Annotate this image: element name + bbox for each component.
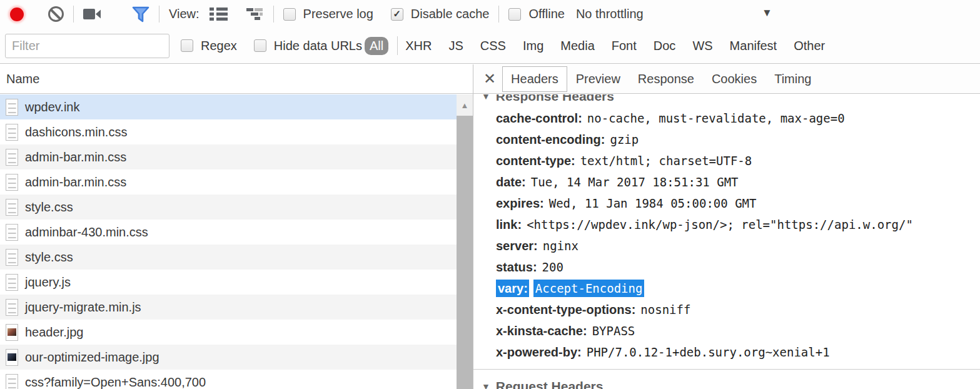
request-rows: wpdev.ink dashicons.min.css admin-bar.mi… (0, 94, 457, 389)
document-icon (6, 99, 18, 116)
close-icon[interactable]: ✕ (483, 71, 496, 86)
document-icon (6, 199, 18, 216)
filter-type-js[interactable]: JS (448, 39, 463, 53)
table-row[interactable]: adminbar-430.min.css (0, 220, 457, 245)
filter-type-img[interactable]: Img (523, 39, 543, 53)
filter-separator (397, 36, 398, 55)
hide-data-urls-label[interactable]: Hide data URLs (274, 39, 362, 53)
section-divider (473, 369, 980, 370)
header-value: nginx (543, 239, 578, 253)
header-row: cache-control:no-cache, must-revalidate,… (496, 108, 980, 129)
tab-response[interactable]: Response (629, 66, 703, 92)
header-row-highlighted: vary:Accept-Encoding (496, 278, 980, 300)
tab-cookies[interactable]: Cookies (703, 66, 765, 92)
clear-icon[interactable] (48, 6, 64, 22)
header-value: text/html; charset=UTF-8 (580, 154, 752, 168)
toolbar-separator (273, 6, 274, 23)
preserve-log-label[interactable]: Preserve log (303, 7, 373, 21)
network-main-area: Name wpdev.ink dashicons.min.css admin-b… (0, 64, 980, 389)
response-headers-list: cache-control:no-cache, must-revalidate,… (473, 106, 980, 363)
header-value: gzip (610, 133, 639, 146)
request-headers-section[interactable]: ▼ Request Headers (473, 377, 980, 389)
document-icon (6, 249, 18, 266)
image-thumbnail-icon (6, 324, 18, 341)
table-row[interactable]: header.jpg (0, 320, 457, 345)
toolbar-separator (73, 6, 74, 23)
document-icon (6, 299, 18, 316)
header-name: x-kinsta-cache: (496, 324, 587, 338)
header-row: server:nginx (496, 236, 980, 257)
view-waterfall-icon[interactable] (246, 8, 264, 20)
scrollbar-thumb[interactable] (457, 116, 473, 389)
header-name: cache-control: (496, 111, 582, 125)
filter-type-all[interactable]: All (365, 37, 388, 55)
header-value: PHP/7.0.12-1+deb.sury.org~xenial+1 (587, 345, 830, 359)
filter-type-doc[interactable]: Doc (654, 39, 676, 53)
disable-cache-label[interactable]: Disable cache (411, 7, 490, 21)
toolbar-separator (498, 6, 499, 23)
filter-type-ws[interactable]: WS (692, 39, 712, 53)
throttling-select[interactable]: No throttling (576, 7, 644, 21)
offline-label[interactable]: Offline (528, 7, 564, 21)
table-row[interactable]: our-optimized-image.jpg (0, 345, 457, 370)
view-list-icon[interactable] (210, 8, 228, 21)
name-column-header[interactable]: Name (0, 64, 473, 94)
regex-label[interactable]: Regex (201, 39, 237, 53)
tab-timing[interactable]: Timing (765, 66, 820, 92)
filter-funnel-icon[interactable] (132, 6, 149, 23)
table-row[interactable]: dashicons.min.css (0, 119, 457, 144)
request-name: adminbar-430.min.css (25, 225, 148, 240)
list-scrollbar[interactable]: ▲ (457, 94, 473, 389)
details-tabs-bar: ✕ Headers Preview Response Cookies Timin… (473, 64, 980, 94)
collapse-triangle-icon: ▼ (482, 377, 490, 389)
offline-checkbox[interactable]: ✓ (508, 8, 521, 21)
request-name: header.jpg (25, 325, 83, 340)
toolbar-separator (159, 6, 159, 23)
preserve-log-checkbox[interactable]: ✓ (283, 8, 296, 21)
request-name: jquery.js (25, 275, 71, 290)
document-icon (6, 374, 18, 389)
header-name: link: (496, 218, 522, 231)
table-row[interactable]: style.css (0, 194, 457, 220)
section-title-label: Request Headers (496, 377, 604, 389)
filter-type-other[interactable]: Other (794, 39, 825, 53)
document-icon (6, 274, 18, 291)
filmstrip-capture-icon[interactable] (83, 8, 102, 21)
regex-checkbox[interactable]: ✓ (181, 39, 193, 52)
filter-type-css[interactable]: CSS (480, 39, 506, 53)
header-value: Tue, 14 Mar 2017 18:51:31 GMT (531, 175, 739, 189)
request-name: admin-bar.min.css (25, 150, 126, 164)
throttling-dropdown-icon[interactable]: ▼ (762, 7, 772, 19)
filter-input[interactable] (5, 34, 169, 58)
table-row[interactable]: jquery.js (0, 270, 457, 295)
header-name: status: (496, 260, 537, 274)
request-name: style.css (25, 200, 73, 215)
table-row[interactable]: admin-bar.min.css (0, 144, 457, 169)
table-row[interactable]: wpdev.ink (0, 94, 457, 119)
response-headers-section[interactable]: ▼ Response Headers (473, 94, 980, 106)
document-icon (6, 174, 18, 191)
document-icon (6, 224, 18, 241)
disable-cache-checkbox[interactable]: ✓ (391, 8, 403, 21)
checkmark-icon: ✓ (393, 8, 402, 19)
network-toolbar: View: ✓ Preserve log ✓ Disable cache ✓ O… (0, 0, 980, 28)
filter-type-xhr[interactable]: XHR (405, 39, 432, 53)
header-row: expires:Wed, 11 Jan 1984 05:00:00 GMT (496, 193, 980, 215)
hide-data-urls-checkbox[interactable]: ✓ (254, 39, 266, 52)
scroll-up-icon[interactable]: ▲ (457, 94, 473, 116)
tab-headers[interactable]: Headers (502, 66, 567, 92)
header-name: content-encoding: (496, 133, 605, 146)
record-button[interactable] (10, 8, 24, 21)
table-row[interactable]: css?family=Open+Sans:400,700 (0, 370, 457, 389)
request-details-pane: ✕ Headers Preview Response Cookies Timin… (473, 64, 980, 389)
filter-type-media[interactable]: Media (560, 39, 594, 53)
header-value: no-cache, must-revalidate, max-age=0 (587, 111, 845, 125)
tab-preview[interactable]: Preview (567, 66, 629, 92)
filter-type-manifest[interactable]: Manifest (730, 39, 777, 53)
request-name: dashicons.min.css (25, 125, 127, 139)
request-list-pane: Name wpdev.ink dashicons.min.css admin-b… (0, 64, 473, 389)
table-row[interactable]: admin-bar.min.css (0, 169, 457, 194)
table-row[interactable]: style.css (0, 245, 457, 270)
filter-type-font[interactable]: Font (612, 39, 637, 53)
table-row[interactable]: jquery-migrate.min.js (0, 295, 457, 320)
